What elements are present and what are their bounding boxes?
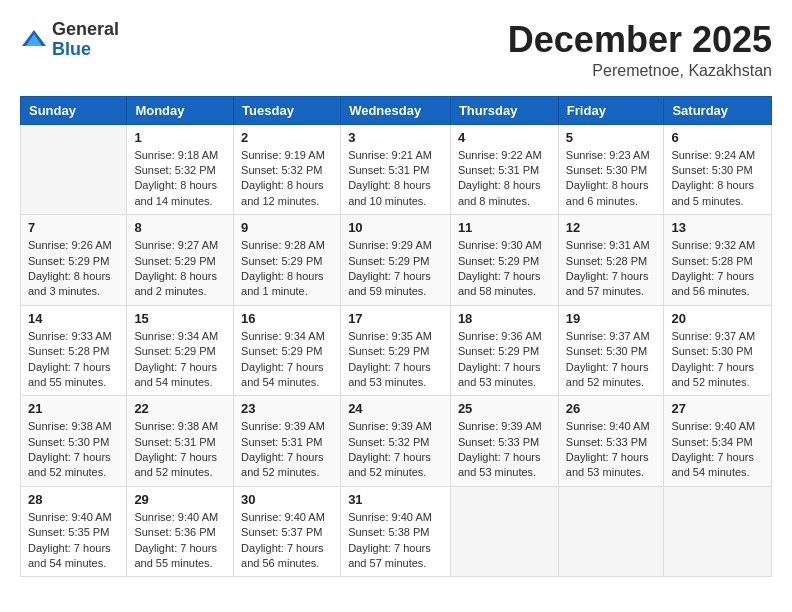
day-number: 2 [241,130,333,145]
day-info: Sunrise: 9:26 AM Sunset: 5:29 PM Dayligh… [28,238,119,300]
day-number: 1 [134,130,226,145]
calendar-cell: 1Sunrise: 9:18 AM Sunset: 5:32 PM Daylig… [127,124,234,215]
day-number: 27 [671,401,764,416]
calendar-cell: 12Sunrise: 9:31 AM Sunset: 5:28 PM Dayli… [558,215,664,306]
calendar-day-header: Tuesday [234,96,341,124]
calendar-cell: 5Sunrise: 9:23 AM Sunset: 5:30 PM Daylig… [558,124,664,215]
day-info: Sunrise: 9:18 AM Sunset: 5:32 PM Dayligh… [134,148,226,210]
day-number: 30 [241,492,333,507]
day-number: 29 [134,492,226,507]
day-info: Sunrise: 9:40 AM Sunset: 5:35 PM Dayligh… [28,510,119,572]
day-info: Sunrise: 9:34 AM Sunset: 5:29 PM Dayligh… [134,329,226,391]
calendar-cell: 15Sunrise: 9:34 AM Sunset: 5:29 PM Dayli… [127,305,234,396]
calendar-cell: 18Sunrise: 9:36 AM Sunset: 5:29 PM Dayli… [450,305,558,396]
calendar-cell: 29Sunrise: 9:40 AM Sunset: 5:36 PM Dayli… [127,486,234,577]
calendar-week-row: 14Sunrise: 9:33 AM Sunset: 5:28 PM Dayli… [21,305,772,396]
day-number: 23 [241,401,333,416]
calendar-cell: 20Sunrise: 9:37 AM Sunset: 5:30 PM Dayli… [664,305,772,396]
calendar-header-row: SundayMondayTuesdayWednesdayThursdayFrid… [21,96,772,124]
month-year-title: December 2025 [508,20,772,60]
day-number: 15 [134,311,226,326]
day-info: Sunrise: 9:37 AM Sunset: 5:30 PM Dayligh… [566,329,657,391]
calendar-cell: 3Sunrise: 9:21 AM Sunset: 5:31 PM Daylig… [341,124,451,215]
day-info: Sunrise: 9:30 AM Sunset: 5:29 PM Dayligh… [458,238,551,300]
calendar-cell: 4Sunrise: 9:22 AM Sunset: 5:31 PM Daylig… [450,124,558,215]
day-info: Sunrise: 9:23 AM Sunset: 5:30 PM Dayligh… [566,148,657,210]
day-number: 16 [241,311,333,326]
day-number: 9 [241,220,333,235]
day-info: Sunrise: 9:29 AM Sunset: 5:29 PM Dayligh… [348,238,443,300]
calendar-week-row: 1Sunrise: 9:18 AM Sunset: 5:32 PM Daylig… [21,124,772,215]
day-number: 13 [671,220,764,235]
day-number: 24 [348,401,443,416]
calendar-cell: 14Sunrise: 9:33 AM Sunset: 5:28 PM Dayli… [21,305,127,396]
day-number: 6 [671,130,764,145]
day-number: 10 [348,220,443,235]
calendar-table: SundayMondayTuesdayWednesdayThursdayFrid… [20,96,772,578]
day-info: Sunrise: 9:32 AM Sunset: 5:28 PM Dayligh… [671,238,764,300]
calendar-cell: 30Sunrise: 9:40 AM Sunset: 5:37 PM Dayli… [234,486,341,577]
day-number: 12 [566,220,657,235]
logo-icon [20,26,48,54]
day-info: Sunrise: 9:33 AM Sunset: 5:28 PM Dayligh… [28,329,119,391]
calendar-cell: 22Sunrise: 9:38 AM Sunset: 5:31 PM Dayli… [127,396,234,487]
day-number: 18 [458,311,551,326]
calendar-cell: 24Sunrise: 9:39 AM Sunset: 5:32 PM Dayli… [341,396,451,487]
calendar-cell: 9Sunrise: 9:28 AM Sunset: 5:29 PM Daylig… [234,215,341,306]
calendar-day-header: Monday [127,96,234,124]
calendar-cell: 25Sunrise: 9:39 AM Sunset: 5:33 PM Dayli… [450,396,558,487]
day-number: 20 [671,311,764,326]
calendar-cell [450,486,558,577]
day-number: 4 [458,130,551,145]
calendar-day-header: Friday [558,96,664,124]
calendar-cell: 31Sunrise: 9:40 AM Sunset: 5:38 PM Dayli… [341,486,451,577]
day-info: Sunrise: 9:24 AM Sunset: 5:30 PM Dayligh… [671,148,764,210]
calendar-cell: 28Sunrise: 9:40 AM Sunset: 5:35 PM Dayli… [21,486,127,577]
day-number: 3 [348,130,443,145]
calendar-cell: 16Sunrise: 9:34 AM Sunset: 5:29 PM Dayli… [234,305,341,396]
day-info: Sunrise: 9:39 AM Sunset: 5:33 PM Dayligh… [458,419,551,481]
day-info: Sunrise: 9:19 AM Sunset: 5:32 PM Dayligh… [241,148,333,210]
day-info: Sunrise: 9:21 AM Sunset: 5:31 PM Dayligh… [348,148,443,210]
title-block: December 2025 Peremetnoe, Kazakhstan [508,20,772,80]
location-subtitle: Peremetnoe, Kazakhstan [508,62,772,80]
calendar-cell [21,124,127,215]
calendar-cell: 27Sunrise: 9:40 AM Sunset: 5:34 PM Dayli… [664,396,772,487]
day-info: Sunrise: 9:37 AM Sunset: 5:30 PM Dayligh… [671,329,764,391]
day-info: Sunrise: 9:38 AM Sunset: 5:31 PM Dayligh… [134,419,226,481]
day-info: Sunrise: 9:40 AM Sunset: 5:34 PM Dayligh… [671,419,764,481]
day-number: 14 [28,311,119,326]
day-number: 11 [458,220,551,235]
day-info: Sunrise: 9:34 AM Sunset: 5:29 PM Dayligh… [241,329,333,391]
calendar-cell: 6Sunrise: 9:24 AM Sunset: 5:30 PM Daylig… [664,124,772,215]
day-number: 25 [458,401,551,416]
calendar-cell: 8Sunrise: 9:27 AM Sunset: 5:29 PM Daylig… [127,215,234,306]
logo: General Blue [20,20,119,60]
calendar-cell: 26Sunrise: 9:40 AM Sunset: 5:33 PM Dayli… [558,396,664,487]
day-number: 5 [566,130,657,145]
calendar-cell: 23Sunrise: 9:39 AM Sunset: 5:31 PM Dayli… [234,396,341,487]
calendar-week-row: 28Sunrise: 9:40 AM Sunset: 5:35 PM Dayli… [21,486,772,577]
day-number: 7 [28,220,119,235]
calendar-week-row: 21Sunrise: 9:38 AM Sunset: 5:30 PM Dayli… [21,396,772,487]
day-info: Sunrise: 9:35 AM Sunset: 5:29 PM Dayligh… [348,329,443,391]
calendar-cell: 17Sunrise: 9:35 AM Sunset: 5:29 PM Dayli… [341,305,451,396]
day-info: Sunrise: 9:39 AM Sunset: 5:31 PM Dayligh… [241,419,333,481]
logo-general-text: General [52,19,119,39]
day-number: 22 [134,401,226,416]
calendar-day-header: Wednesday [341,96,451,124]
page-header: General Blue December 2025 Peremetnoe, K… [20,20,772,80]
calendar-cell: 19Sunrise: 9:37 AM Sunset: 5:30 PM Dayli… [558,305,664,396]
day-number: 21 [28,401,119,416]
calendar-cell [558,486,664,577]
calendar-cell: 11Sunrise: 9:30 AM Sunset: 5:29 PM Dayli… [450,215,558,306]
day-info: Sunrise: 9:38 AM Sunset: 5:30 PM Dayligh… [28,419,119,481]
day-number: 28 [28,492,119,507]
day-info: Sunrise: 9:40 AM Sunset: 5:36 PM Dayligh… [134,510,226,572]
calendar-cell: 13Sunrise: 9:32 AM Sunset: 5:28 PM Dayli… [664,215,772,306]
day-number: 17 [348,311,443,326]
calendar-week-row: 7Sunrise: 9:26 AM Sunset: 5:29 PM Daylig… [21,215,772,306]
calendar-day-header: Saturday [664,96,772,124]
calendar-cell [664,486,772,577]
day-info: Sunrise: 9:40 AM Sunset: 5:38 PM Dayligh… [348,510,443,572]
